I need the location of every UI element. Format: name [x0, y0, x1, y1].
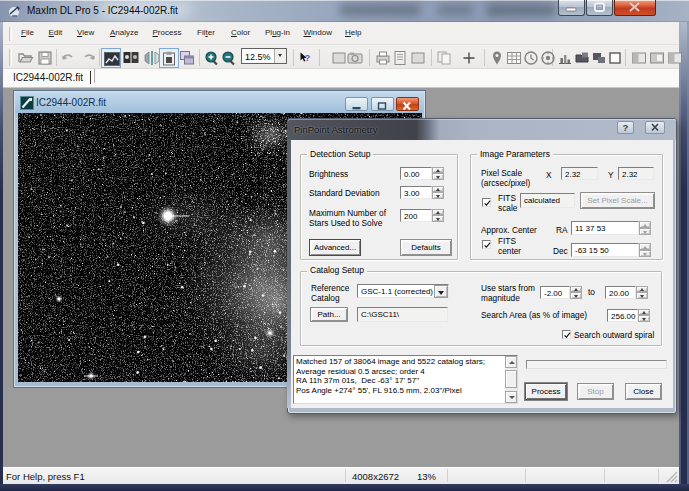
- svg-text:?: ?: [305, 52, 311, 63]
